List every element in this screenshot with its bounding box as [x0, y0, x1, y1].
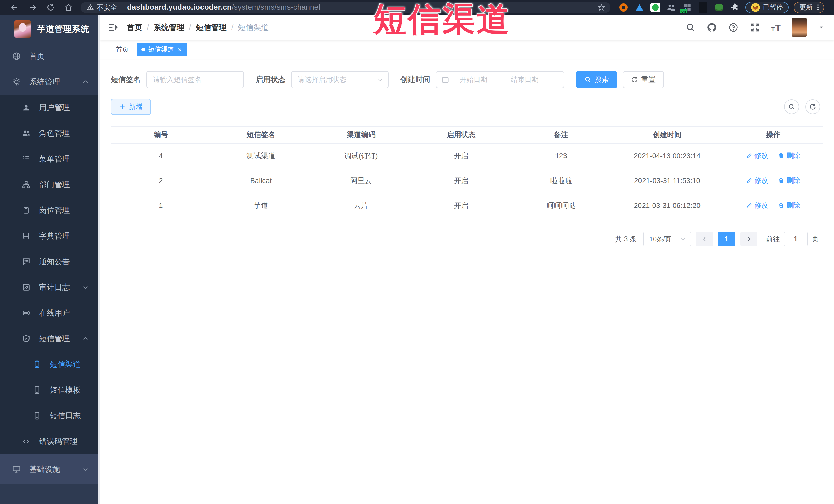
end-date-input[interactable]: [503, 76, 547, 84]
reset-button[interactable]: 重置: [623, 71, 664, 88]
sidebar-item-sms-channel[interactable]: 短信渠道: [0, 351, 100, 377]
sms-channel-table: 编号 短信签名 渠道编码 启用状态 备注 创建时间 操作 4 测试渠道 调试(钉…: [111, 126, 823, 218]
navbar-actions: TT: [686, 18, 825, 37]
sidebar-item-system[interactable]: 系统管理: [0, 69, 100, 95]
security-warning[interactable]: 不安全: [87, 3, 117, 12]
active-tab-dot: [141, 48, 145, 51]
sidebar-item-notices[interactable]: 通知公告: [0, 249, 100, 275]
screenshot-root: 不安全 dashboard.yudao.iocoder.cn/system/sm…: [0, 0, 834, 504]
page-content: 短信签名 启用状态 创建时间: [100, 59, 834, 504]
cell-sign: 测试渠道: [211, 151, 311, 161]
sidebar-item-audit-log[interactable]: 审计日志: [0, 275, 100, 300]
cell-id: 2: [111, 177, 211, 185]
page-size-select[interactable]: [643, 232, 691, 246]
column-header: 编号: [111, 130, 211, 140]
extensions-puzzle-icon[interactable]: [729, 2, 740, 13]
close-tab-icon[interactable]: ×: [178, 46, 182, 53]
cell-remark: 呵呵呵哒: [511, 201, 611, 211]
sidebar-scrollbar[interactable]: [98, 15, 100, 504]
tab-home[interactable]: 首页: [111, 43, 133, 57]
sidebar-item-posts[interactable]: 岗位管理: [0, 197, 100, 223]
chevron-up-icon: [82, 79, 89, 85]
sidebar-item-infrastructure[interactable]: 基础设施: [0, 454, 100, 484]
column-header: 启用状态: [411, 130, 511, 140]
breadcrumb-home[interactable]: 首页: [127, 22, 142, 33]
refresh-icon: [631, 76, 638, 83]
add-button[interactable]: 新增: [111, 99, 151, 115]
bookmark-star-icon[interactable]: [598, 4, 605, 11]
sidebar-item-sms-template[interactable]: 短信模板: [0, 377, 100, 403]
avatar-caret-down-icon[interactable]: [818, 24, 825, 31]
extension-dark-icon[interactable]: [698, 2, 708, 13]
sidebar-item-sms[interactable]: 短信管理: [0, 326, 100, 351]
menu-list-icon: [22, 154, 31, 163]
browser-menu-icon[interactable]: [817, 4, 818, 10]
chevron-down-icon: [82, 284, 89, 291]
table-row[interactable]: 4 测试渠道 调试(钉钉) 开启 123 2021-04-13 00:23:14…: [111, 144, 823, 169]
table-row[interactable]: 1 芋道 云片 开启 呵呵呵哒 2021-03-31 06:12:20 修改 删…: [111, 193, 823, 218]
browser-reload-icon[interactable]: [43, 2, 59, 13]
enable-status-select[interactable]: [291, 71, 389, 88]
tab-sms-channel[interactable]: 短信渠道 ×: [136, 43, 186, 57]
refresh-table-button[interactable]: [805, 100, 820, 114]
sidebar-item-sms-log[interactable]: 短信日志: [0, 403, 100, 429]
sidebar-item-online-users[interactable]: 在线用户: [0, 300, 100, 326]
hamburger-icon[interactable]: [108, 22, 118, 32]
paused-label: 已暂停: [763, 3, 783, 12]
sidebar-item-dictionary[interactable]: 字典管理: [0, 223, 100, 249]
browser-forward-icon[interactable]: [25, 2, 41, 13]
page-size-value[interactable]: [643, 232, 691, 246]
update-browser-pill[interactable]: 更新: [794, 2, 824, 13]
browser-back-icon[interactable]: [7, 2, 23, 13]
extension-frog-icon[interactable]: [714, 2, 724, 13]
app-logo-row[interactable]: 芋道管理系统: [0, 15, 100, 43]
sidebar-item-home[interactable]: 首页: [0, 43, 100, 69]
search-icon[interactable]: [686, 23, 695, 32]
goto-page-input[interactable]: [784, 232, 808, 246]
edit-pencil-icon: [746, 153, 752, 159]
sms-sign-input[interactable]: [146, 71, 244, 88]
page-1-button[interactable]: 1: [718, 232, 735, 246]
help-icon[interactable]: [728, 22, 739, 32]
address-bar[interactable]: 不安全 dashboard.yudao.iocoder.cn/system/sm…: [81, 2, 610, 13]
sidebar-item-menus[interactable]: 菜单管理: [0, 146, 100, 172]
enable-status-select-input[interactable]: [291, 71, 389, 88]
cell-actions: 修改 删除: [723, 151, 823, 160]
user-avatar[interactable]: [792, 18, 807, 37]
browser-home-icon[interactable]: [61, 2, 76, 13]
delete-link[interactable]: 删除: [778, 151, 800, 160]
extension-green-circle-icon[interactable]: [650, 2, 661, 13]
cell-code: 调试(钉钉): [311, 151, 411, 161]
extension-people-icon[interactable]: [666, 2, 677, 13]
edit-link[interactable]: 修改: [746, 151, 768, 160]
start-date-input[interactable]: [452, 76, 496, 84]
breadcrumb-system[interactable]: 系统管理: [154, 22, 184, 33]
edit-pencil-icon: [746, 177, 752, 183]
github-icon[interactable]: [707, 22, 717, 32]
fullscreen-icon[interactable]: [750, 22, 760, 32]
table-row[interactable]: 2 Ballcat 阿里云 开启 啦啦啦 2021-03-31 11:53:10…: [111, 169, 823, 193]
delete-link[interactable]: 删除: [778, 176, 800, 185]
extension-orange-icon[interactable]: [618, 2, 629, 13]
breadcrumb-sms[interactable]: 短信管理: [196, 22, 227, 33]
sidebar-item-departments[interactable]: 部门管理: [0, 172, 100, 197]
extension-drop-icon[interactable]: [634, 2, 645, 13]
sidebar-item-label: 首页: [29, 51, 45, 62]
next-page-button[interactable]: [740, 232, 757, 246]
font-size-icon[interactable]: TT: [771, 23, 781, 32]
date-range-picker[interactable]: -: [436, 71, 564, 88]
toggle-search-button[interactable]: [784, 100, 799, 114]
sidebar-item-roles[interactable]: 角色管理: [0, 120, 100, 146]
prev-page-button[interactable]: [696, 232, 713, 246]
url-text[interactable]: dashboard.yudao.iocoder.cn/system/sms/sm…: [127, 3, 320, 12]
delete-link[interactable]: 删除: [778, 201, 800, 210]
extension-on-badge-icon[interactable]: on: [682, 2, 693, 13]
range-separator: -: [498, 76, 500, 84]
phone-icon: [32, 386, 42, 395]
search-button[interactable]: 搜索: [576, 71, 617, 88]
paused-extension-pill[interactable]: 已暂停: [745, 2, 789, 13]
edit-link[interactable]: 修改: [746, 201, 768, 210]
sidebar-item-error-codes[interactable]: 错误码管理: [0, 429, 100, 454]
sidebar-item-users[interactable]: 用户管理: [0, 95, 100, 120]
edit-link[interactable]: 修改: [746, 176, 768, 185]
